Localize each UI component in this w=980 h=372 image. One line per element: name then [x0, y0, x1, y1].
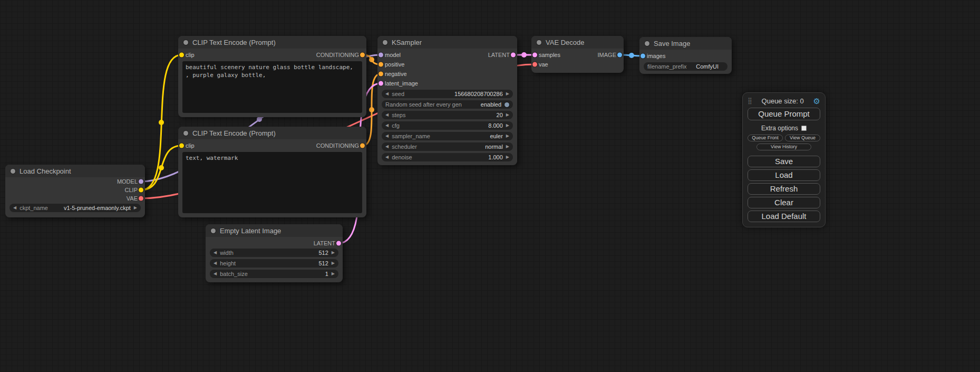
wire-midpoint-dot: [159, 120, 164, 125]
input-port-vae[interactable]: [532, 62, 537, 67]
input-port-positive[interactable]: [379, 62, 383, 67]
gear-icon[interactable]: ⚙: [813, 97, 820, 105]
collapse-toggle-icon[interactable]: [211, 228, 216, 233]
output-slot-clip: CLIP: [5, 186, 145, 194]
input-port-samples[interactable]: [532, 53, 537, 58]
input-slot-positive: positive: [377, 60, 517, 69]
wire-midpoint-dot: [369, 57, 374, 62]
widget-steps[interactable]: ◀ steps 20 ▶: [382, 111, 513, 119]
widget-ckpt-name[interactable]: ◀ ckpt_name v1-5-pruned-emaonly.ckpt ▶: [9, 204, 141, 212]
widget-denoise[interactable]: ◀ denoise 1.000 ▶: [382, 153, 513, 161]
increment-arrow-icon[interactable]: ▶: [506, 123, 509, 128]
input-port-clip[interactable]: [179, 144, 184, 148]
widget-label: steps: [392, 112, 405, 118]
increment-arrow-icon[interactable]: ▶: [332, 261, 335, 265]
decrement-arrow-icon[interactable]: ◀: [214, 272, 217, 276]
load-default-button[interactable]: Load Default: [748, 211, 820, 222]
widget-height[interactable]: ◀ height 512 ▶: [210, 259, 338, 268]
collapse-toggle-icon[interactable]: [183, 40, 188, 45]
output-slot-latent: LATENT: [206, 239, 343, 247]
decrement-arrow-icon[interactable]: ◀: [214, 251, 217, 255]
node-title-bar[interactable]: VAE Decode: [531, 36, 624, 49]
output-port-latent[interactable]: [336, 241, 341, 246]
input-port-negative[interactable]: [379, 72, 383, 77]
view-history-button[interactable]: View History: [756, 144, 812, 150]
collapse-toggle-icon[interactable]: [11, 169, 15, 174]
view-queue-button[interactable]: View Queue: [785, 135, 820, 141]
node-title-bar[interactable]: Empty Latent Image: [206, 224, 343, 237]
widget-batch-size[interactable]: ◀ batch_size 1 ▶: [210, 270, 338, 278]
output-slot-vae: VAE: [5, 194, 145, 203]
collapse-toggle-icon[interactable]: [183, 131, 188, 136]
node-title: KSampler: [392, 39, 422, 46]
increment-arrow-icon[interactable]: ▶: [506, 134, 509, 138]
increment-arrow-icon[interactable]: ▶: [134, 206, 137, 210]
drag-handle-icon[interactable]: ⣿: [748, 98, 752, 104]
prompt-textarea[interactable]: beautiful scenery nature glass bottle la…: [182, 61, 362, 113]
widget-label: ckpt_name: [20, 205, 48, 211]
widget-sampler-name[interactable]: ◀ sampler_name euler ▶: [382, 132, 513, 140]
widget-label: batch_size: [220, 271, 248, 277]
widget-seed[interactable]: ◀ seed 156680208700286 ▶: [382, 90, 513, 98]
refresh-button[interactable]: Refresh: [748, 183, 820, 195]
input-label: clip: [186, 52, 195, 58]
graph-canvas[interactable]: Load Checkpoint MODEL CLIP VAE ◀ ckpt_na…: [0, 0, 980, 372]
node-title: Save Image: [654, 40, 690, 47]
queue-prompt-button[interactable]: Queue Prompt: [748, 108, 820, 120]
toggle-state-icon[interactable]: [504, 102, 509, 107]
widget-label: denoise: [392, 154, 412, 160]
widget-width[interactable]: ◀ width 512 ▶: [210, 249, 338, 257]
decrement-arrow-icon[interactable]: ◀: [385, 92, 389, 96]
input-port-model[interactable]: [379, 53, 383, 58]
collapse-toggle-icon[interactable]: [645, 41, 649, 46]
widget-cfg[interactable]: ◀ cfg 8.000 ▶: [382, 121, 513, 130]
load-button[interactable]: Load: [748, 169, 820, 181]
extra-options-checkbox[interactable]: [801, 126, 807, 131]
input-port-latent-image[interactable]: [379, 81, 383, 86]
save-button[interactable]: Save: [748, 156, 820, 167]
increment-arrow-icon[interactable]: ▶: [506, 155, 509, 159]
increment-arrow-icon[interactable]: ▶: [506, 113, 509, 117]
input-port-images[interactable]: [641, 54, 645, 59]
decrement-arrow-icon[interactable]: ◀: [385, 145, 389, 149]
output-port-image[interactable]: [617, 53, 622, 58]
widget-filename-prefix[interactable]: filename_prefix ComfyUI: [644, 62, 727, 71]
input-port-clip[interactable]: [179, 53, 184, 58]
output-port-clip[interactable]: [139, 188, 143, 193]
output-label: CONDITIONING: [316, 52, 359, 58]
widget-label: sampler_name: [392, 133, 430, 139]
decrement-arrow-icon[interactable]: ◀: [13, 206, 16, 210]
node-title-bar[interactable]: Save Image: [639, 37, 732, 50]
widget-scheduler[interactable]: ◀ scheduler normal ▶: [382, 142, 513, 151]
increment-arrow-icon[interactable]: ▶: [506, 145, 509, 149]
output-port-latent[interactable]: [511, 53, 516, 58]
increment-arrow-icon[interactable]: ▶: [332, 251, 335, 255]
output-port-model[interactable]: [139, 179, 143, 184]
collapse-toggle-icon[interactable]: [383, 40, 387, 45]
prompt-textarea[interactable]: text, watermark: [182, 152, 362, 213]
decrement-arrow-icon[interactable]: ◀: [385, 113, 389, 117]
widget-random-seed-toggle[interactable]: Random seed after every gen enabled: [382, 100, 513, 109]
node-title-bar[interactable]: CLIP Text Encode (Prompt): [178, 36, 366, 49]
node-title-bar[interactable]: Load Checkpoint: [5, 165, 145, 177]
widget-value: normal: [485, 144, 503, 150]
increment-arrow-icon[interactable]: ▶: [332, 272, 335, 276]
increment-arrow-icon[interactable]: ▶: [506, 92, 509, 96]
node-title-bar[interactable]: KSampler: [377, 36, 517, 49]
node-title-bar[interactable]: CLIP Text Encode (Prompt): [178, 127, 366, 139]
output-port-conditioning[interactable]: [360, 53, 365, 58]
collapse-toggle-icon[interactable]: [537, 40, 541, 45]
output-port-conditioning[interactable]: [360, 144, 365, 148]
output-label: IMAGE: [598, 52, 616, 58]
input-slot-negative: negative: [377, 70, 517, 78]
clear-button[interactable]: Clear: [748, 197, 820, 208]
widget-label: filename_prefix: [647, 63, 687, 70]
output-port-vae[interactable]: [139, 196, 143, 201]
decrement-arrow-icon[interactable]: ◀: [385, 123, 389, 128]
decrement-arrow-icon[interactable]: ◀: [385, 134, 389, 138]
queue-front-button[interactable]: Queue Front: [748, 135, 783, 141]
decrement-arrow-icon[interactable]: ◀: [385, 155, 389, 159]
decrement-arrow-icon[interactable]: ◀: [214, 261, 217, 265]
node-title: Empty Latent Image: [220, 227, 281, 235]
widget-value: 1: [325, 271, 328, 277]
